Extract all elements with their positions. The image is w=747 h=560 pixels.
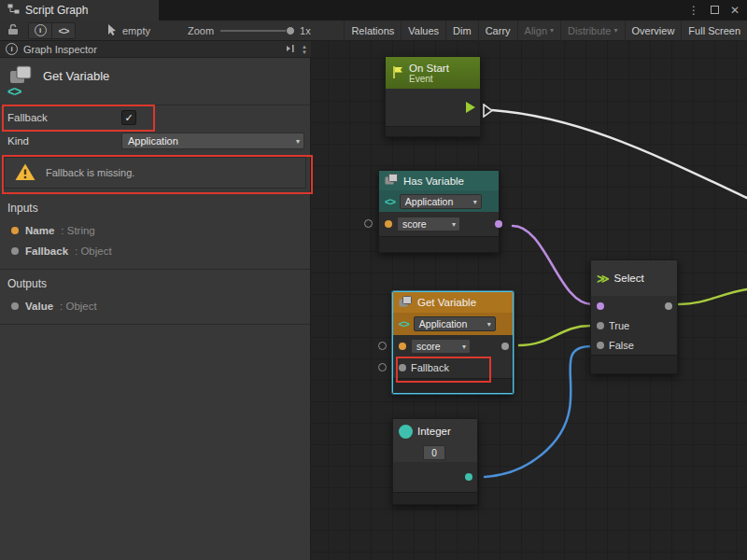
code-view-button[interactable]: <> xyxy=(51,23,75,38)
object-port-icon xyxy=(11,302,19,310)
check-icon: ✓ xyxy=(124,113,133,123)
toolbar-buttons: Relations Values Dim Carry Align▾ Distri… xyxy=(344,21,747,41)
input-row-name: Name : String xyxy=(0,220,310,241)
maximize-icon[interactable] xyxy=(711,4,719,17)
integer-icon xyxy=(399,425,413,439)
wire-select-output xyxy=(679,289,747,304)
warning-icon xyxy=(14,162,36,183)
graph-inspector-panel: <> Get Variable Fallback ✓ Kind Applicat… xyxy=(0,58,311,560)
false-port-label: False xyxy=(609,340,634,351)
code-icon: <> xyxy=(399,318,409,329)
node-subtitle: Event xyxy=(409,74,449,84)
object-port-icon xyxy=(11,247,19,255)
inspector-unit-header: <> Get Variable xyxy=(0,58,310,105)
node-title: Select xyxy=(614,273,644,284)
flow-connection-arrow xyxy=(483,104,494,118)
kind-label: Kind xyxy=(7,135,121,147)
int-output-port[interactable] xyxy=(465,473,472,481)
scroll-down-icon[interactable]: ▼ xyxy=(302,49,307,55)
port-name: Fallback xyxy=(25,245,68,257)
fallback-row: Fallback ✓ xyxy=(0,105,310,130)
variable-kind-dropdown[interactable]: Application xyxy=(414,316,496,331)
overview-button[interactable]: Overview xyxy=(625,21,682,41)
inspector-toggle-button[interactable] xyxy=(29,23,51,38)
selection-output-port[interactable] xyxy=(665,302,672,310)
wire-getvariable-select xyxy=(519,326,590,345)
variable-name-dropdown[interactable]: score xyxy=(411,339,471,354)
node-title: Get Variable xyxy=(417,297,476,308)
integer-value-field[interactable]: 0 xyxy=(423,445,445,460)
fallback-label: Fallback xyxy=(7,112,121,123)
flag-icon xyxy=(391,65,404,81)
carry-status-label: empty xyxy=(122,25,150,36)
kind-value: Application xyxy=(419,318,467,329)
chevron-down-icon: ▾ xyxy=(550,26,554,35)
node-on-start[interactable]: On Start Event xyxy=(385,56,481,137)
variable-name-dropdown[interactable]: score xyxy=(397,217,460,231)
graph-inspector-title: Graph Inspector xyxy=(23,44,97,55)
inputs-header: Inputs xyxy=(7,202,310,215)
select-icon: ≫ xyxy=(597,272,610,286)
unconnected-input-port[interactable] xyxy=(378,342,387,350)
variable-kind-dropdown[interactable]: Application xyxy=(400,194,482,209)
unconnected-input-port[interactable] xyxy=(378,363,387,371)
inspector-scrollbar[interactable]: ▲ ▼ xyxy=(302,44,307,55)
condition-input-port[interactable] xyxy=(597,302,604,310)
chevron-down-icon: ▾ xyxy=(614,26,618,35)
zoom-slider[interactable] xyxy=(220,26,293,35)
wire-onstart-flow xyxy=(492,110,747,198)
dim-button[interactable]: Dim xyxy=(445,21,478,41)
carry-button[interactable]: Carry xyxy=(478,21,517,41)
output-row-value: Value : Object xyxy=(0,296,310,316)
tab-script-graph[interactable]: Script Graph xyxy=(0,0,159,21)
true-input-port[interactable] xyxy=(597,322,604,329)
string-input-port[interactable] xyxy=(385,220,392,228)
zoom-control: Zoom 1x xyxy=(188,25,311,36)
string-input-port[interactable] xyxy=(399,343,406,350)
close-icon[interactable]: ✕ xyxy=(730,4,740,17)
code-icon: <> xyxy=(385,196,395,207)
connection-wires xyxy=(311,41,747,560)
port-type: : String xyxy=(61,225,94,236)
relations-button[interactable]: Relations xyxy=(344,21,401,41)
graph-inspector-header: Graph Inspector ▲ ▼ xyxy=(0,41,311,58)
node-title: Has Variable xyxy=(403,175,464,187)
inspector-unit-title: Get Variable xyxy=(43,69,109,83)
fallback-checkbox[interactable]: ✓ xyxy=(121,110,136,125)
align-button: Align▾ xyxy=(517,21,560,41)
warning-text: Fallback is missing. xyxy=(46,167,134,178)
code-icon: <> xyxy=(59,25,69,36)
fallback-port-label: Fallback xyxy=(411,362,449,373)
toolbar-toggle-group: <> xyxy=(28,22,76,39)
false-input-port[interactable] xyxy=(597,342,604,349)
node-select[interactable]: ≫ Select True False xyxy=(590,259,678,374)
node-get-variable[interactable]: Get Variable <> Application score Fallba… xyxy=(392,291,514,394)
flow-output-port[interactable] xyxy=(466,102,475,113)
window-title: Script Graph xyxy=(25,4,88,17)
zoom-slider-handle[interactable] xyxy=(286,26,295,35)
window-titlebar: Script Graph ⋮ ✕ xyxy=(0,0,747,21)
zoom-slider-track xyxy=(220,30,293,32)
dock-icon[interactable] xyxy=(286,44,296,55)
variables-icon xyxy=(385,174,399,188)
bool-output-port[interactable] xyxy=(495,220,502,228)
string-port-icon xyxy=(11,227,19,234)
graph-canvas[interactable]: On Start Event Has Variable <> Applicati… xyxy=(311,41,747,560)
code-icon: <> xyxy=(7,84,21,99)
script-graph-icon xyxy=(7,4,20,17)
value-output-port[interactable] xyxy=(501,343,509,350)
port-name: Value xyxy=(25,301,53,312)
fallback-input-port[interactable] xyxy=(399,364,406,371)
values-button[interactable]: Values xyxy=(401,21,445,41)
unconnected-input-port[interactable] xyxy=(364,219,373,228)
zoom-value: 1x xyxy=(300,25,311,36)
wire-hasvariable-select xyxy=(513,226,592,304)
warning-box: Fallback is missing. xyxy=(4,157,306,189)
info-icon xyxy=(35,24,47,36)
kind-dropdown[interactable]: Application xyxy=(121,133,304,149)
full-screen-button[interactable]: Full Screen xyxy=(681,21,747,41)
node-has-variable[interactable]: Has Variable <> Application score xyxy=(378,170,500,253)
kebab-menu-icon[interactable]: ⋮ xyxy=(688,4,699,17)
lock-icon[interactable] xyxy=(7,23,19,37)
node-integer[interactable]: Integer 0 xyxy=(392,418,478,505)
